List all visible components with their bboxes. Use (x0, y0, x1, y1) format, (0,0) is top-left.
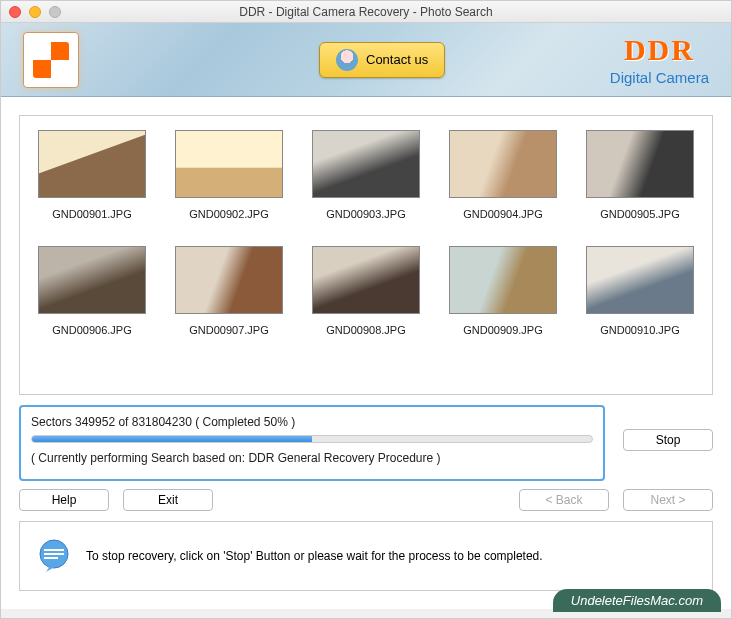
progress-panel: Sectors 349952 of 831804230 ( Completed … (19, 405, 605, 481)
brand-block: DDR Digital Camera (610, 33, 709, 86)
minimize-window-button[interactable] (29, 6, 41, 18)
thumbnail-item[interactable]: GND00905.JPG (586, 130, 694, 238)
spacer (227, 489, 505, 511)
thumbnail-item[interactable]: GND00910.JPG (586, 246, 694, 354)
app-window: DDR - Digital Camera Recovery - Photo Se… (0, 0, 732, 619)
thumbnail-item[interactable]: GND00907.JPG (175, 246, 283, 354)
site-watermark: UndeleteFilesMac.com (553, 589, 721, 612)
thumbnail-filename: GND00910.JPG (586, 324, 694, 336)
sectors-progress-text: Sectors 349952 of 831804230 ( Completed … (31, 415, 593, 429)
thumbnail-item[interactable]: GND00901.JPG (38, 130, 146, 238)
stop-button-wrap: Stop (623, 429, 713, 451)
window-controls (9, 6, 61, 18)
content-area: GND00901.JPG GND00902.JPG GND00903.JPG G… (1, 97, 731, 609)
brand-logo-text: DDR (610, 33, 709, 67)
photo-thumbnail (312, 130, 420, 198)
thumbnail-item[interactable]: GND00908.JPG (312, 246, 420, 354)
photo-thumbnail (175, 130, 283, 198)
thumbnail-row: GND00906.JPG GND00907.JPG GND00908.JPG G… (38, 246, 694, 354)
app-icon (23, 32, 79, 88)
contact-us-button[interactable]: Contact us (319, 42, 445, 78)
photo-thumbnail (38, 130, 146, 198)
thumbnail-item[interactable]: GND00904.JPG (449, 130, 557, 238)
thumbnail-filename: GND00901.JPG (38, 208, 146, 220)
stop-button[interactable]: Stop (623, 429, 713, 451)
svg-rect-3 (44, 557, 58, 559)
contact-us-label: Contact us (366, 52, 428, 67)
thumbnail-item[interactable]: GND00906.JPG (38, 246, 146, 354)
thumbnail-filename: GND00904.JPG (449, 208, 557, 220)
photo-thumbnail (38, 246, 146, 314)
chat-bubble-icon (36, 538, 72, 574)
progress-bar-fill (32, 436, 312, 442)
person-icon (336, 49, 358, 71)
exit-button[interactable]: Exit (123, 489, 213, 511)
photo-thumbnail (586, 130, 694, 198)
action-button-row: Help Exit < Back Next > (19, 481, 713, 511)
zoom-window-button[interactable] (49, 6, 61, 18)
thumbnail-filename: GND00907.JPG (175, 324, 283, 336)
thumbnail-filename: GND00903.JPG (312, 208, 420, 220)
thumbnail-filename: GND00905.JPG (586, 208, 694, 220)
thumbnail-grid: GND00901.JPG GND00902.JPG GND00903.JPG G… (19, 115, 713, 395)
progress-bar (31, 435, 593, 443)
thumbnail-filename: GND00902.JPG (175, 208, 283, 220)
photo-thumbnail (449, 130, 557, 198)
titlebar: DDR - Digital Camera Recovery - Photo Se… (1, 1, 731, 23)
svg-rect-2 (44, 553, 64, 555)
brand-subtitle: Digital Camera (610, 69, 709, 86)
thumbnail-row: GND00901.JPG GND00902.JPG GND00903.JPG G… (38, 130, 694, 238)
app-icon-graphic (33, 42, 69, 78)
photo-thumbnail (449, 246, 557, 314)
next-button: Next > (623, 489, 713, 511)
info-panel: To stop recovery, click on 'Stop' Button… (19, 521, 713, 591)
back-button: < Back (519, 489, 609, 511)
thumbnail-filename: GND00909.JPG (449, 324, 557, 336)
thumbnail-item[interactable]: GND00909.JPG (449, 246, 557, 354)
window-title: DDR - Digital Camera Recovery - Photo Se… (1, 5, 731, 19)
thumbnail-filename: GND00908.JPG (312, 324, 420, 336)
help-button[interactable]: Help (19, 489, 109, 511)
thumbnail-filename: GND00906.JPG (38, 324, 146, 336)
thumbnail-item[interactable]: GND00903.JPG (312, 130, 420, 238)
progress-status-text: ( Currently performing Search based on: … (31, 451, 593, 465)
svg-rect-1 (44, 549, 64, 551)
photo-thumbnail (175, 246, 283, 314)
close-window-button[interactable] (9, 6, 21, 18)
photo-thumbnail (586, 246, 694, 314)
header-bar: Contact us DDR Digital Camera (1, 23, 731, 97)
thumbnail-item[interactable]: GND00902.JPG (175, 130, 283, 238)
photo-thumbnail (312, 246, 420, 314)
info-text: To stop recovery, click on 'Stop' Button… (86, 549, 543, 563)
